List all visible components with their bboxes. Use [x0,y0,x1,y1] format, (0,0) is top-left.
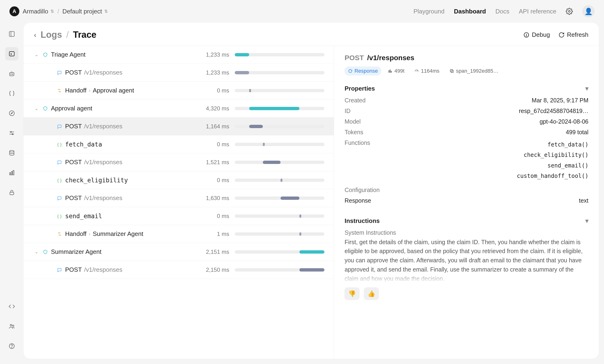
trace-row[interactable]: ⌄Triage Agent1,233 ms [24,46,334,64]
tool-icon [56,177,63,184]
rail-code-icon[interactable] [5,300,18,313]
svg-point-6 [12,74,13,75]
trace-bar [235,143,324,146]
trace-row[interactable]: POST /v1/responses1,233 ms [24,64,334,82]
settings-icon[interactable] [566,8,573,15]
detail-chips: Response 499t 1164ms [344,66,588,75]
caret-icon[interactable]: ⌄ [33,249,40,254]
feedback-row: 👎 👍 [344,287,588,306]
trace-row[interactable]: send_email0 ms [24,207,334,225]
nav-playground[interactable]: Playground [413,8,444,15]
org-crumb[interactable]: Armadillo ⇅ [23,8,54,15]
trace-row[interactable]: POST /v1/responses2,150 ms [24,261,334,279]
chip-span[interactable]: span_1992ed85… [446,66,502,75]
k-config: Configuration [344,187,380,193]
svg-rect-31 [450,69,453,72]
bars-icon [388,69,393,73]
org-name: Armadillo [23,8,48,15]
rail-panel-icon[interactable] [5,27,18,41]
detail-method: POST [344,54,364,62]
thumbs-up-button[interactable]: 👍 [364,287,379,300]
rail-chart-icon[interactable] [5,166,18,179]
trace-bar [235,71,324,74]
trace-row[interactable]: fetch_data0 ms [24,135,334,153]
properties-header[interactable]: Properties ▾ [344,85,588,92]
trace-bar [235,214,324,218]
trace-duration: 1,164 ms [196,123,229,130]
trace-row[interactable]: POST /v1/responses1,630 ms [24,189,334,207]
trace-row[interactable]: POST /v1/responses1,521 ms [24,153,334,171]
main-card: ‹ Logs / Trace Debug Refresh [24,23,599,359]
gauge-icon [414,69,419,73]
topbar: A Armadillo ⇅ / Default project ⇅ Playgr… [0,0,604,23]
svg-rect-30 [451,70,453,73]
k-model: Model [344,118,361,125]
user-avatar[interactable]: 👤 [582,5,595,17]
trace-row[interactable]: Handoff › Summarizer Agent1 ms [24,225,334,243]
trace-label: Approval agent [51,105,194,112]
debug-button[interactable]: Debug [523,31,550,38]
back-icon[interactable]: ‹ [34,31,36,39]
trace-label: check_eligibility [65,177,194,184]
rail-bot-icon[interactable] [5,67,18,80]
project-name: Default project [63,8,102,15]
trace-row[interactable]: ⌄Approval agent4,320 ms [24,100,334,117]
trace-duration: 2,151 ms [196,249,229,255]
page-back-label[interactable]: Logs [41,30,62,40]
trace-duration: 2,150 ms [196,267,229,273]
trace-label: fetch_data [65,141,194,148]
refresh-button[interactable]: Refresh [558,31,588,38]
thumbs-down-button[interactable]: 👎 [344,287,360,300]
trace-row[interactable]: Handoff › Approval agent0 ms [24,82,334,100]
rail-lock-icon[interactable] [5,186,18,199]
trace-duration: 0 ms [196,213,229,219]
trace-duration: 1,630 ms [196,195,229,201]
trace-row[interactable]: check_eligibility0 ms [24,171,334,189]
v-response: text [579,197,588,204]
rail-database-icon[interactable] [5,146,18,160]
v-model: gpt-4o-2024-08-06 [540,118,588,125]
project-crumb[interactable]: Default project ⇅ [63,8,108,15]
trace-label: POST /v1/responses [65,69,194,76]
trace-bar [235,179,324,182]
agent-icon [42,105,49,112]
trace-label: Handoff › Approval agent [65,87,194,94]
rail-sliders-icon[interactable] [5,126,18,140]
chevron-down-icon: ▾ [585,217,588,225]
trace-row[interactable]: ⌄Summarizer Agent2,151 ms [24,243,334,261]
rail-braces-icon[interactable] [5,87,18,100]
rail-help-icon[interactable] [5,339,18,353]
title-sep: / [66,30,69,40]
trace-label: Handoff › Summarizer Agent [65,230,194,238]
debug-label: Debug [532,31,550,38]
caret-icon[interactable]: ⌄ [33,106,40,111]
k-id: ID [344,108,350,114]
trace-bar [235,250,324,254]
rail-compass-icon[interactable] [5,107,18,120]
k-response: Response [344,197,371,204]
rail-terminal-icon[interactable] [5,47,18,60]
chip-tokens[interactable]: 499t [385,66,408,75]
nav-api[interactable]: API reference [519,8,556,15]
svg-rect-17 [13,171,14,175]
v-created: Mar 8, 2025, 9:17 PM [532,97,588,104]
agent-icon [42,51,49,58]
post-icon [56,195,63,201]
svg-point-19 [10,324,12,326]
caret-icon[interactable]: ⌄ [33,52,40,57]
org-avatar[interactable]: A [9,6,19,16]
rail-people-icon[interactable] [5,320,18,333]
agent-icon [42,249,49,255]
post-icon [56,267,63,273]
message-icon [348,69,352,73]
nav-dashboard[interactable]: Dashboard [454,8,486,15]
chip-latency[interactable]: 1164ms [411,66,443,75]
trace-label: POST /v1/responses [65,194,194,202]
trace-panel: ⌄Triage Agent1,233 msPOST /v1/responses1… [24,46,334,359]
trace-row[interactable]: POST /v1/responses1,164 ms [24,117,334,135]
chip-response[interactable]: Response [344,66,381,75]
post-icon [56,69,63,76]
instructions-header[interactable]: Instructions ▾ [344,217,588,225]
trace-duration: 1 ms [196,231,229,237]
nav-docs[interactable]: Docs [495,8,509,15]
